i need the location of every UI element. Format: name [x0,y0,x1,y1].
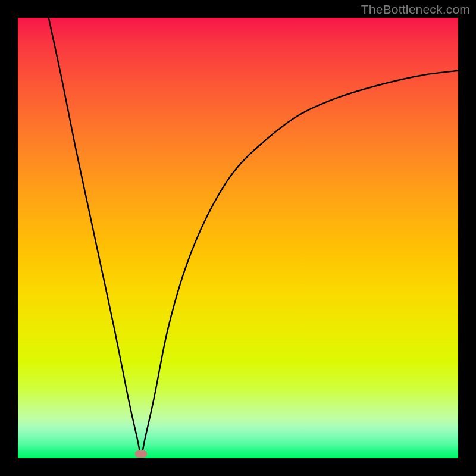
optimum-marker [135,450,147,458]
chart-frame: TheBottleneck.com [0,0,476,476]
plot-area [18,18,458,458]
bottleneck-curve [49,18,458,454]
curve-layer [18,18,458,458]
watermark-text: TheBottleneck.com [361,2,470,17]
